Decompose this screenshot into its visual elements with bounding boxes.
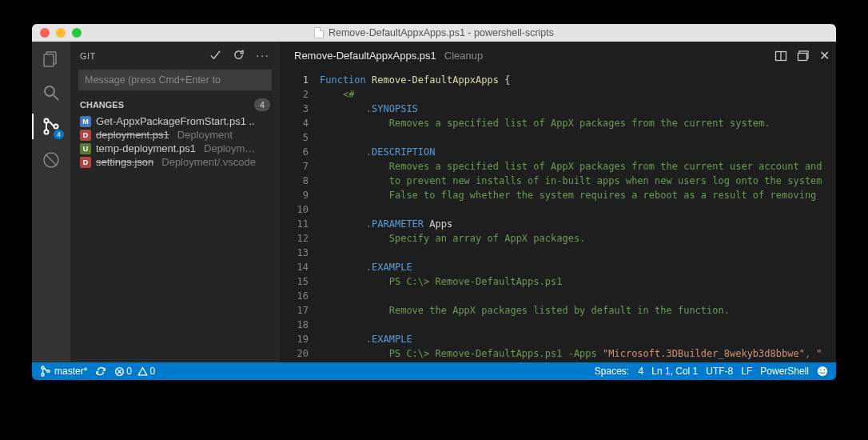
file-icon xyxy=(314,27,324,38)
change-status-badge: U xyxy=(80,143,91,154)
changes-list: MGet-AppxPackageFromStart.ps1 ..Ddeploym… xyxy=(70,114,280,169)
line-number: 20 xyxy=(280,346,309,361)
tab-filename[interactable]: Remove-DefaultAppxApps.ps1 xyxy=(294,50,436,62)
svg-point-5 xyxy=(45,130,49,134)
encoding-status[interactable]: UTF-8 xyxy=(706,366,733,377)
minimize-window-button[interactable] xyxy=(56,28,66,38)
code-line: Specify an array of AppX packages. xyxy=(320,231,836,246)
close-window-button[interactable] xyxy=(40,28,50,38)
svg-line-3 xyxy=(54,95,58,100)
eol-status[interactable]: LF xyxy=(741,366,752,377)
line-number: 6 xyxy=(280,145,309,159)
code-line: .DESCRIPTION xyxy=(320,145,836,159)
scm-badge: 4 xyxy=(54,130,64,139)
svg-point-13 xyxy=(42,366,44,369)
line-number: 12 xyxy=(280,231,309,246)
editor-area: Remove-DefaultAppxApps.ps1 Cleanup ✕ 123… xyxy=(280,42,836,362)
change-status-badge: D xyxy=(80,130,91,141)
changes-section[interactable]: CHANGES 4 xyxy=(70,95,280,114)
code-line xyxy=(320,246,836,260)
svg-point-15 xyxy=(47,370,50,372)
svg-point-20 xyxy=(820,369,822,370)
language-mode-status[interactable]: PowerShell xyxy=(760,366,809,377)
svg-point-4 xyxy=(45,119,49,123)
show-opened-editors-button[interactable] xyxy=(797,50,810,62)
code-line: Remove the AppX packages listed by defau… xyxy=(320,303,836,318)
code-line: Function Remove-DefaultAppxApps { xyxy=(320,73,836,87)
window-title: Remove-DefaultAppxApps.ps1 - powershell-… xyxy=(328,27,554,38)
sync-status[interactable] xyxy=(95,366,106,377)
svg-point-2 xyxy=(45,86,54,96)
line-number: 9 xyxy=(280,188,309,202)
search-activity-icon[interactable] xyxy=(40,82,62,104)
feedback-icon[interactable] xyxy=(817,366,828,377)
svg-point-6 xyxy=(54,125,58,129)
activity-bar: 4 xyxy=(32,42,70,362)
code-line: Removes a specified list of AppX package… xyxy=(320,159,836,174)
change-filename: settings.json xyxy=(96,156,153,168)
code-line: Removes a specified list of AppX package… xyxy=(320,116,836,130)
split-editor-button[interactable] xyxy=(774,50,787,62)
code-line: .SYNOPSIS xyxy=(320,102,836,116)
svg-point-19 xyxy=(818,366,827,376)
code-line: .PARAMETER Apps xyxy=(320,217,836,231)
tab-status: Cleanup xyxy=(444,50,483,62)
app-window: Remove-DefaultAppxApps.ps1 - powershell-… xyxy=(32,24,836,380)
code-line xyxy=(320,318,836,332)
title-bar: Remove-DefaultAppxApps.ps1 - powershell-… xyxy=(32,24,836,42)
scm-panel: GIT ··· CHANGES 4 MGet-AppxPackageFromSt… xyxy=(70,42,280,362)
svg-point-21 xyxy=(823,369,825,370)
change-status-badge: D xyxy=(80,157,91,168)
code-line: <# xyxy=(320,87,836,102)
change-row[interactable]: Ddeployment.ps1Deployment xyxy=(70,128,280,142)
refresh-button[interactable] xyxy=(233,49,245,62)
code-editor[interactable]: 1234567891011121314151617181920 Function… xyxy=(280,70,836,362)
code-line: PS C:\> Remove-DefaultApps.ps1 -Apps "Mi… xyxy=(320,346,836,361)
indentation-status[interactable]: Spaces: 4 xyxy=(595,366,643,377)
cursor-position-status[interactable]: Ln 1, Col 1 xyxy=(651,366,698,377)
change-path: Deployment xyxy=(177,129,233,141)
line-number: 11 xyxy=(280,217,309,231)
svg-point-14 xyxy=(42,374,44,376)
line-number: 13 xyxy=(280,246,309,260)
change-row[interactable]: Utemp-deployment.ps1Deploym… xyxy=(70,142,280,155)
close-editor-button[interactable]: ✕ xyxy=(819,50,830,62)
changes-label: CHANGES xyxy=(80,100,124,110)
line-number: 14 xyxy=(280,260,309,274)
line-number: 17 xyxy=(280,303,309,318)
explorer-activity-icon[interactable] xyxy=(40,48,62,70)
code-line xyxy=(320,202,836,217)
line-number: 4 xyxy=(280,116,309,130)
change-path: Deploym… xyxy=(204,142,255,154)
code-line: to prevent new installs of in-built apps… xyxy=(320,174,836,188)
line-number: 19 xyxy=(280,332,309,346)
line-number: 15 xyxy=(280,274,309,289)
change-row[interactable]: Dsettings.jsonDeployment/.vscode xyxy=(70,155,280,169)
scm-panel-title: GIT xyxy=(80,51,96,61)
svg-rect-1 xyxy=(44,54,54,66)
change-status-badge: M xyxy=(80,116,91,127)
line-number: 2 xyxy=(280,87,309,102)
scm-activity-icon[interactable]: 4 xyxy=(40,115,62,138)
code-line: .EXAMPLE xyxy=(320,260,836,274)
debug-activity-icon[interactable] xyxy=(40,149,62,171)
line-number: 18 xyxy=(280,318,309,332)
code-line xyxy=(320,130,836,145)
zoom-window-button[interactable] xyxy=(72,28,82,38)
more-actions-button[interactable]: ··· xyxy=(256,49,270,62)
line-number: 10 xyxy=(280,202,309,217)
line-number: 3 xyxy=(280,102,309,116)
problems-status[interactable]: 0 0 xyxy=(114,366,155,377)
change-row[interactable]: MGet-AppxPackageFromStart.ps1 .. xyxy=(70,114,280,128)
code-line: PS C:\> Remove-DefaultApps.ps1 xyxy=(320,274,836,289)
change-filename: deployment.ps1 xyxy=(96,129,169,141)
branch-status[interactable]: master* xyxy=(40,366,87,377)
commit-message-input[interactable] xyxy=(78,70,272,90)
line-number: 5 xyxy=(280,130,309,145)
tab-bar: Remove-DefaultAppxApps.ps1 Cleanup ✕ xyxy=(280,42,836,70)
code-line: False to flag whether the system require… xyxy=(320,188,836,202)
change-filename: Get-AppxPackageFromStart.ps1 .. xyxy=(96,115,255,127)
change-path: Deployment/.vscode xyxy=(161,156,256,168)
commit-button[interactable] xyxy=(209,49,221,62)
traffic-lights xyxy=(32,28,82,38)
